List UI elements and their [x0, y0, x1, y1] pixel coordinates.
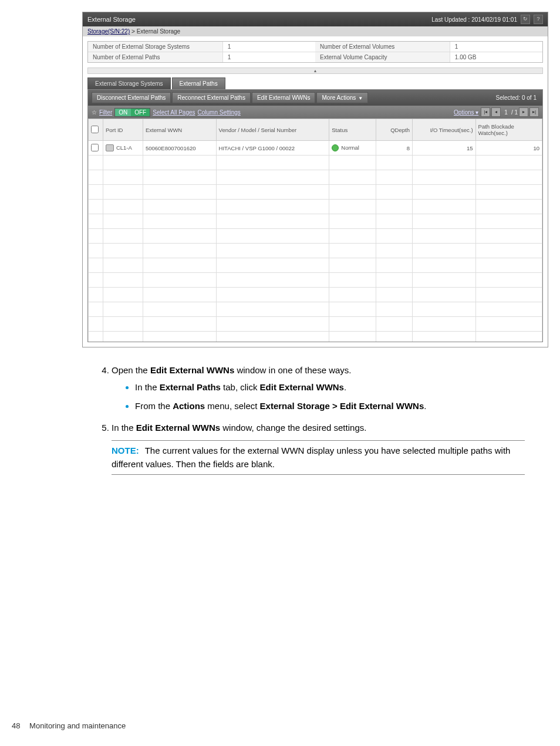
cell-vendor: HITACHI / VSP G1000 / 00022 — [216, 141, 329, 156]
table-header-row: Port ID External WWN Vendor / Model / Se… — [89, 119, 542, 141]
filter-icon: ☆ — [92, 109, 97, 116]
col-status[interactable]: Status — [329, 119, 376, 141]
cell-port: CL1-A — [103, 141, 143, 156]
filter-link[interactable]: Filter — [99, 109, 112, 116]
help-icon[interactable]: ? — [534, 15, 543, 24]
section-title: Monitoring and maintenance — [29, 721, 126, 730]
table-row-empty — [89, 214, 542, 229]
select-all-checkbox[interactable] — [91, 126, 99, 133]
bullet-actions-menu: From the Actions menu, select External S… — [135, 400, 525, 413]
summary-value: 1.00 GB — [450, 52, 542, 62]
cell-status: Normal — [329, 141, 376, 156]
filter-toggle[interactable]: ON OFF — [114, 108, 150, 117]
summary-label: Number of External Volumes — [315, 42, 450, 52]
step-5: In the Edit External WWNs window, change… — [112, 421, 525, 475]
selected-count: Selected: 0 of 1 — [496, 94, 537, 101]
summary-value: 1 — [450, 42, 542, 52]
breadcrumb-current: External Storage — [137, 28, 181, 35]
col-port-id[interactable]: Port ID — [103, 119, 143, 141]
col-io-timeout[interactable]: I/O Timeout(sec.) — [412, 119, 475, 141]
table-row-empty — [89, 317, 542, 332]
tab-panel: Disconnect External Paths Reconnect Exte… — [87, 89, 543, 342]
table-row-empty — [89, 156, 542, 170]
summary-row: Number of External Storage Systems 1 — [88, 42, 315, 52]
table-row-empty — [89, 200, 542, 214]
summary-value: 1 — [223, 42, 315, 52]
action-bar: Disconnect External Paths Reconnect Exte… — [88, 90, 542, 106]
note-label: NOTE: — [112, 445, 139, 455]
pager: |◂ ◂ 1 / 1 ▸ ▸| — [481, 107, 539, 117]
summary-label: Number of External Paths — [88, 52, 223, 62]
tab-systems[interactable]: External Storage Systems — [87, 77, 171, 89]
refresh-icon[interactable]: ↻ — [521, 15, 530, 24]
options-dropdown[interactable]: Options ▾ — [454, 109, 478, 116]
col-external-wwn[interactable]: External WWN — [143, 119, 216, 141]
collapse-handle-icon[interactable]: ▴ — [87, 67, 543, 74]
table-row-empty — [89, 170, 542, 185]
port-icon — [106, 144, 114, 151]
tab-paths[interactable]: External Paths — [172, 77, 225, 89]
step-4: Open the Edit External WWNs window in on… — [112, 364, 525, 413]
page-number: 48 — [12, 721, 20, 730]
tab-bar: External Storage Systems External Paths — [87, 77, 543, 89]
row-checkbox[interactable] — [89, 141, 103, 156]
breadcrumb-link[interactable]: Storage(S/N:22) — [87, 28, 130, 35]
document-body: Open the Edit External WWNs window in on… — [94, 364, 525, 475]
table-row-empty — [89, 185, 542, 200]
summary-row: Number of External Volumes 1 — [315, 42, 542, 52]
disconnect-button[interactable]: Disconnect External Paths — [92, 92, 171, 103]
col-path-blockade[interactable]: Path Blockade Watch(sec.) — [475, 119, 542, 141]
cell-timeout: 15 — [412, 141, 475, 156]
summary-panel: Number of External Storage Systems 1 Num… — [87, 41, 543, 63]
pager-last-icon[interactable]: ▸| — [529, 107, 539, 117]
window-header: External Storage Last Updated : 2014/02/… — [83, 12, 548, 26]
pager-next-icon[interactable]: ▸ — [519, 107, 528, 117]
status-normal-icon — [332, 144, 339, 151]
note-box: NOTE:The current values for the external… — [112, 440, 525, 475]
summary-row: Number of External Paths 1 — [88, 52, 315, 62]
table-row-empty — [89, 288, 542, 302]
note-body: The current values for the external WWN … — [112, 445, 510, 469]
external-paths-table: Port ID External WWN Vendor / Model / Se… — [88, 119, 542, 342]
table-row-empty — [89, 332, 542, 342]
summary-label: Number of External Storage Systems — [88, 42, 223, 52]
table-row-empty — [89, 273, 542, 288]
pager-total: / 1 — [511, 109, 518, 116]
col-checkbox[interactable] — [89, 119, 103, 141]
more-actions-button[interactable]: More Actions▼ — [316, 92, 368, 103]
cell-blockade: 10 — [475, 141, 542, 156]
summary-label: External Volume Capacity — [315, 52, 450, 62]
window-title: External Storage — [87, 16, 136, 23]
grid-scroll[interactable]: Port ID External WWN Vendor / Model / Se… — [88, 119, 542, 342]
table-row-empty — [89, 258, 542, 273]
cell-qdepth: 8 — [376, 141, 412, 156]
column-settings[interactable]: Column Settings — [198, 109, 241, 116]
chevron-down-icon: ▼ — [358, 96, 363, 101]
pager-first-icon[interactable]: |◂ — [481, 107, 490, 117]
table-row-empty — [89, 229, 542, 244]
table-row-empty — [89, 302, 542, 317]
app-window: External Storage Last Updated : 2014/02/… — [82, 12, 548, 347]
page-footer: 48 Monitoring and maintenance — [12, 721, 548, 730]
last-updated: Last Updated : 2014/02/19 01:01 — [431, 16, 517, 23]
edit-wwn-button[interactable]: Edit External WWNs — [252, 92, 316, 103]
select-all-pages[interactable]: Select All Pages — [153, 109, 195, 116]
summary-row: External Volume Capacity 1.00 GB — [315, 52, 542, 62]
table-row-empty — [89, 244, 542, 258]
summary-value: 1 — [223, 52, 315, 62]
pager-page: 1 — [502, 109, 510, 116]
table-row[interactable]: CL1-A 50060E8007001620 HITACHI / VSP G10… — [89, 141, 542, 156]
cell-wwn: 50060E8007001620 — [143, 141, 216, 156]
bullet-external-paths: In the External Paths tab, click Edit Ex… — [135, 381, 525, 394]
col-vendor-model[interactable]: Vendor / Model / Serial Number — [216, 119, 329, 141]
filter-bar: ☆Filter ON OFF Select All Pages Column S… — [88, 106, 542, 119]
pager-prev-icon[interactable]: ◂ — [491, 107, 501, 117]
col-qdepth[interactable]: QDepth — [376, 119, 412, 141]
breadcrumb: Storage(S/N:22) > External Storage — [83, 26, 548, 36]
reconnect-button[interactable]: Reconnect External Paths — [172, 92, 251, 103]
